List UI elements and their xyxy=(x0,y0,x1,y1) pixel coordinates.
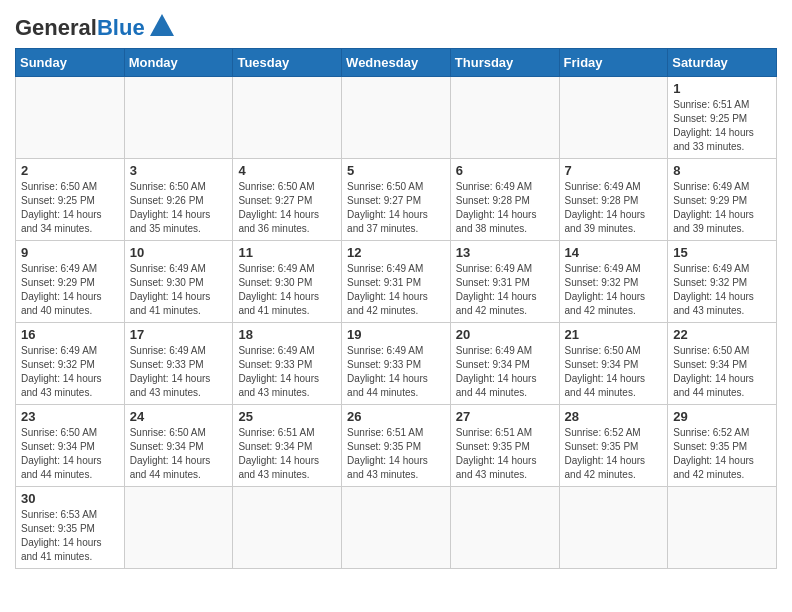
day-number: 17 xyxy=(130,327,228,342)
calendar-cell xyxy=(124,487,233,569)
week-row-2: 2Sunrise: 6:50 AM Sunset: 9:25 PM Daylig… xyxy=(16,159,777,241)
day-info: Sunrise: 6:49 AM Sunset: 9:34 PM Dayligh… xyxy=(456,344,554,400)
day-number: 10 xyxy=(130,245,228,260)
day-info: Sunrise: 6:49 AM Sunset: 9:31 PM Dayligh… xyxy=(347,262,445,318)
day-info: Sunrise: 6:50 AM Sunset: 9:25 PM Dayligh… xyxy=(21,180,119,236)
day-number: 14 xyxy=(565,245,663,260)
day-number: 3 xyxy=(130,163,228,178)
day-number: 4 xyxy=(238,163,336,178)
day-info: Sunrise: 6:51 AM Sunset: 9:35 PM Dayligh… xyxy=(456,426,554,482)
day-info: Sunrise: 6:52 AM Sunset: 9:35 PM Dayligh… xyxy=(565,426,663,482)
day-info: Sunrise: 6:49 AM Sunset: 9:31 PM Dayligh… xyxy=(456,262,554,318)
day-number: 6 xyxy=(456,163,554,178)
day-number: 16 xyxy=(21,327,119,342)
svg-marker-0 xyxy=(150,14,174,36)
calendar-cell: 26Sunrise: 6:51 AM Sunset: 9:35 PM Dayli… xyxy=(342,405,451,487)
day-info: Sunrise: 6:51 AM Sunset: 9:35 PM Dayligh… xyxy=(347,426,445,482)
day-number: 25 xyxy=(238,409,336,424)
calendar-cell: 16Sunrise: 6:49 AM Sunset: 9:32 PM Dayli… xyxy=(16,323,125,405)
calendar-cell xyxy=(16,77,125,159)
calendar-cell xyxy=(559,487,668,569)
week-row-3: 9Sunrise: 6:49 AM Sunset: 9:29 PM Daylig… xyxy=(16,241,777,323)
day-number: 19 xyxy=(347,327,445,342)
calendar-cell: 2Sunrise: 6:50 AM Sunset: 9:25 PM Daylig… xyxy=(16,159,125,241)
logo: GeneralBlue xyxy=(15,16,176,40)
day-number: 2 xyxy=(21,163,119,178)
calendar-cell: 21Sunrise: 6:50 AM Sunset: 9:34 PM Dayli… xyxy=(559,323,668,405)
day-info: Sunrise: 6:49 AM Sunset: 9:32 PM Dayligh… xyxy=(21,344,119,400)
day-number: 13 xyxy=(456,245,554,260)
day-number: 8 xyxy=(673,163,771,178)
day-info: Sunrise: 6:49 AM Sunset: 9:30 PM Dayligh… xyxy=(130,262,228,318)
week-row-5: 23Sunrise: 6:50 AM Sunset: 9:34 PM Dayli… xyxy=(16,405,777,487)
calendar-cell: 7Sunrise: 6:49 AM Sunset: 9:28 PM Daylig… xyxy=(559,159,668,241)
calendar-cell: 6Sunrise: 6:49 AM Sunset: 9:28 PM Daylig… xyxy=(450,159,559,241)
calendar-cell: 27Sunrise: 6:51 AM Sunset: 9:35 PM Dayli… xyxy=(450,405,559,487)
calendar-cell: 28Sunrise: 6:52 AM Sunset: 9:35 PM Dayli… xyxy=(559,405,668,487)
calendar-cell xyxy=(124,77,233,159)
day-info: Sunrise: 6:49 AM Sunset: 9:32 PM Dayligh… xyxy=(673,262,771,318)
calendar-cell: 20Sunrise: 6:49 AM Sunset: 9:34 PM Dayli… xyxy=(450,323,559,405)
day-info: Sunrise: 6:49 AM Sunset: 9:30 PM Dayligh… xyxy=(238,262,336,318)
calendar-cell xyxy=(450,77,559,159)
col-header-saturday: Saturday xyxy=(668,49,777,77)
day-number: 27 xyxy=(456,409,554,424)
day-number: 22 xyxy=(673,327,771,342)
calendar-cell: 3Sunrise: 6:50 AM Sunset: 9:26 PM Daylig… xyxy=(124,159,233,241)
logo-text: General xyxy=(15,15,97,40)
calendar-cell xyxy=(233,487,342,569)
day-number: 29 xyxy=(673,409,771,424)
day-number: 30 xyxy=(21,491,119,506)
day-number: 26 xyxy=(347,409,445,424)
day-info: Sunrise: 6:49 AM Sunset: 9:33 PM Dayligh… xyxy=(130,344,228,400)
calendar-cell: 15Sunrise: 6:49 AM Sunset: 9:32 PM Dayli… xyxy=(668,241,777,323)
calendar-cell xyxy=(342,487,451,569)
day-info: Sunrise: 6:50 AM Sunset: 9:27 PM Dayligh… xyxy=(238,180,336,236)
week-row-1: 1Sunrise: 6:51 AM Sunset: 9:25 PM Daylig… xyxy=(16,77,777,159)
day-number: 5 xyxy=(347,163,445,178)
day-number: 28 xyxy=(565,409,663,424)
calendar-cell: 19Sunrise: 6:49 AM Sunset: 9:33 PM Dayli… xyxy=(342,323,451,405)
day-info: Sunrise: 6:49 AM Sunset: 9:32 PM Dayligh… xyxy=(565,262,663,318)
calendar-cell xyxy=(668,487,777,569)
day-info: Sunrise: 6:52 AM Sunset: 9:35 PM Dayligh… xyxy=(673,426,771,482)
day-number: 9 xyxy=(21,245,119,260)
calendar-cell: 1Sunrise: 6:51 AM Sunset: 9:25 PM Daylig… xyxy=(668,77,777,159)
calendar-cell: 24Sunrise: 6:50 AM Sunset: 9:34 PM Dayli… xyxy=(124,405,233,487)
calendar-cell: 18Sunrise: 6:49 AM Sunset: 9:33 PM Dayli… xyxy=(233,323,342,405)
week-row-4: 16Sunrise: 6:49 AM Sunset: 9:32 PM Dayli… xyxy=(16,323,777,405)
day-info: Sunrise: 6:51 AM Sunset: 9:34 PM Dayligh… xyxy=(238,426,336,482)
day-number: 23 xyxy=(21,409,119,424)
calendar-cell: 5Sunrise: 6:50 AM Sunset: 9:27 PM Daylig… xyxy=(342,159,451,241)
day-number: 24 xyxy=(130,409,228,424)
calendar: SundayMondayTuesdayWednesdayThursdayFrid… xyxy=(15,48,777,569)
day-info: Sunrise: 6:50 AM Sunset: 9:26 PM Dayligh… xyxy=(130,180,228,236)
day-info: Sunrise: 6:49 AM Sunset: 9:28 PM Dayligh… xyxy=(565,180,663,236)
day-info: Sunrise: 6:51 AM Sunset: 9:25 PM Dayligh… xyxy=(673,98,771,154)
day-number: 18 xyxy=(238,327,336,342)
calendar-header-row: SundayMondayTuesdayWednesdayThursdayFrid… xyxy=(16,49,777,77)
calendar-cell: 29Sunrise: 6:52 AM Sunset: 9:35 PM Dayli… xyxy=(668,405,777,487)
calendar-cell: 11Sunrise: 6:49 AM Sunset: 9:30 PM Dayli… xyxy=(233,241,342,323)
week-row-6: 30Sunrise: 6:53 AM Sunset: 9:35 PM Dayli… xyxy=(16,487,777,569)
day-info: Sunrise: 6:50 AM Sunset: 9:34 PM Dayligh… xyxy=(565,344,663,400)
day-number: 11 xyxy=(238,245,336,260)
logo-blue-text: Blue xyxy=(97,15,145,40)
col-header-friday: Friday xyxy=(559,49,668,77)
calendar-cell: 30Sunrise: 6:53 AM Sunset: 9:35 PM Dayli… xyxy=(16,487,125,569)
calendar-cell: 17Sunrise: 6:49 AM Sunset: 9:33 PM Dayli… xyxy=(124,323,233,405)
day-number: 21 xyxy=(565,327,663,342)
header: GeneralBlue xyxy=(15,10,777,40)
col-header-tuesday: Tuesday xyxy=(233,49,342,77)
day-number: 7 xyxy=(565,163,663,178)
day-number: 15 xyxy=(673,245,771,260)
day-info: Sunrise: 6:50 AM Sunset: 9:27 PM Dayligh… xyxy=(347,180,445,236)
calendar-cell: 22Sunrise: 6:50 AM Sunset: 9:34 PM Dayli… xyxy=(668,323,777,405)
day-info: Sunrise: 6:49 AM Sunset: 9:28 PM Dayligh… xyxy=(456,180,554,236)
calendar-cell: 9Sunrise: 6:49 AM Sunset: 9:29 PM Daylig… xyxy=(16,241,125,323)
col-header-thursday: Thursday xyxy=(450,49,559,77)
calendar-cell: 10Sunrise: 6:49 AM Sunset: 9:30 PM Dayli… xyxy=(124,241,233,323)
calendar-cell xyxy=(559,77,668,159)
col-header-monday: Monday xyxy=(124,49,233,77)
calendar-cell: 25Sunrise: 6:51 AM Sunset: 9:34 PM Dayli… xyxy=(233,405,342,487)
